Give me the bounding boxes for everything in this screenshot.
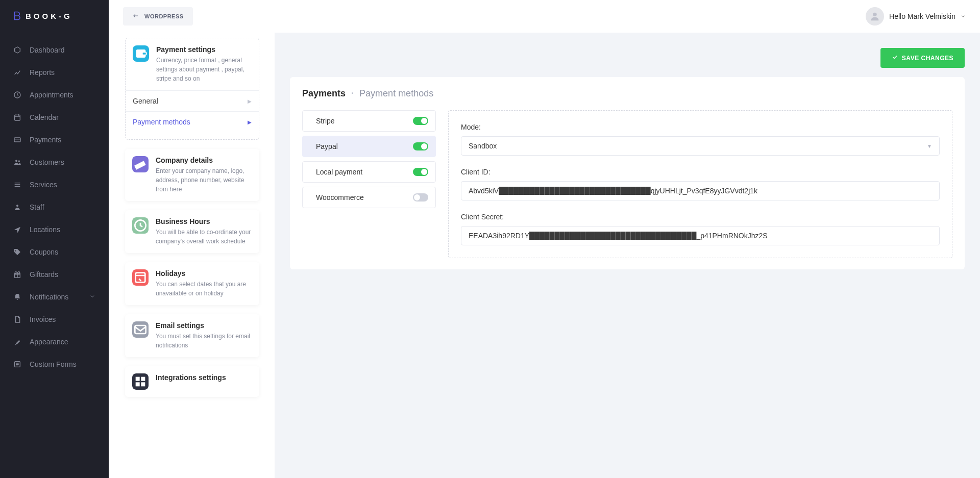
sidebar-item-label: Customers bbox=[30, 158, 95, 166]
sidebar-item-appointments[interactable]: Appointments bbox=[0, 84, 109, 106]
method-toggle[interactable] bbox=[413, 193, 428, 202]
brand-name: BOOK-G bbox=[26, 12, 72, 20]
settings-card-company-details[interactable]: Company details Enter your company name,… bbox=[125, 149, 259, 201]
svg-rect-2 bbox=[14, 138, 20, 142]
subitem-label: Payment methods bbox=[133, 118, 190, 126]
method-name: Stripe bbox=[316, 117, 407, 125]
bell-icon bbox=[13, 293, 21, 301]
plug-icon bbox=[132, 373, 149, 390]
settings-card-title: Business Hours bbox=[156, 217, 252, 225]
sidebar-item-coupons[interactable]: Coupons bbox=[0, 241, 109, 263]
sidebar-item-calendar[interactable]: Calendar bbox=[0, 106, 109, 129]
gift-icon bbox=[13, 270, 21, 279]
settings-card-integrations-settings[interactable]: Integrations settings bbox=[125, 366, 259, 397]
sidebar-item-label: Custom Forms bbox=[30, 360, 95, 368]
sidebar-nav: Dashboard Reports Appointments Calendar … bbox=[0, 32, 109, 375]
main-panel: SAVE CHANGES Payments · Payment methods … bbox=[275, 33, 980, 478]
svg-point-8 bbox=[873, 13, 876, 16]
method-item-woocommerce[interactable]: Woocommerce bbox=[302, 187, 436, 208]
sidebar-item-services[interactable]: Services bbox=[0, 173, 109, 196]
sidebar-item-label: Locations bbox=[30, 225, 95, 234]
mode-value: Sandbox bbox=[469, 142, 497, 150]
chart-icon bbox=[13, 68, 21, 77]
file-icon bbox=[13, 315, 21, 323]
svg-rect-16 bbox=[136, 382, 140, 386]
sidebar-item-locations[interactable]: Locations bbox=[0, 218, 109, 241]
settings-card-email-settings[interactable]: Email settings You must set this setting… bbox=[125, 314, 259, 357]
settings-card-payment-settings[interactable]: Payment settings Currency, price format … bbox=[125, 38, 259, 140]
sidebar-item-label: Notifications bbox=[30, 293, 81, 301]
tag-icon bbox=[13, 248, 21, 256]
sidebar-item-label: Reports bbox=[30, 68, 95, 77]
topbar: WORDPRESS Hello Mark Velmiskin bbox=[109, 0, 980, 33]
brand-logo[interactable]: BOOK-G bbox=[0, 5, 109, 32]
svg-rect-1 bbox=[15, 115, 20, 120]
client-id-label: Client ID: bbox=[461, 168, 940, 176]
sidebar-item-invoices[interactable]: Invoices bbox=[0, 308, 109, 331]
avatar bbox=[866, 7, 884, 26]
sidebar-item-appearance[interactable]: Appearance bbox=[0, 331, 109, 353]
breadcrumb-root: Payments bbox=[302, 88, 346, 98]
svg-rect-14 bbox=[136, 377, 140, 381]
calendar-icon bbox=[13, 113, 21, 121]
breadcrumb: Payments · Payment methods bbox=[302, 88, 952, 99]
settings-card-title: Company details bbox=[156, 156, 252, 164]
svg-rect-17 bbox=[141, 377, 145, 381]
settings-column: Payment settings Currency, price format … bbox=[109, 33, 275, 478]
method-item-paypal[interactable]: Paypal bbox=[302, 136, 436, 157]
chevron-down-icon bbox=[961, 12, 966, 20]
settings-subitem-payment methods[interactable]: Payment methods ▶ bbox=[126, 111, 259, 132]
sidebar-item-label: Payments bbox=[30, 136, 95, 144]
settings-card-desc: Currency, price format , general setting… bbox=[156, 56, 252, 83]
wordpress-button[interactable]: WORDPRESS bbox=[123, 7, 193, 26]
user-menu[interactable]: Hello Mark Velmiskin bbox=[866, 7, 966, 26]
subitem-label: General bbox=[133, 97, 158, 105]
settings-card-title: Holidays bbox=[156, 269, 252, 278]
breadcrumb-tail: Payment methods bbox=[359, 88, 433, 98]
telescope-icon bbox=[132, 156, 149, 172]
client-id-input[interactable] bbox=[461, 181, 940, 200]
sidebar-item-reports[interactable]: Reports bbox=[0, 61, 109, 84]
sidebar-item-label: Staff bbox=[30, 203, 95, 211]
logo-icon bbox=[12, 10, 21, 21]
settings-card-desc: Enter your company name, logo, address, … bbox=[156, 166, 252, 194]
chevron-down-icon bbox=[89, 293, 95, 301]
sidebar-item-notifications[interactable]: Notifications bbox=[0, 286, 109, 308]
sidebar-item-payments[interactable]: Payments bbox=[0, 129, 109, 151]
method-name: Local payment bbox=[316, 168, 407, 176]
settings-card-holidays[interactable]: Holidays You can select dates that you a… bbox=[125, 262, 259, 305]
location-icon bbox=[13, 225, 21, 234]
settings-subitem-general[interactable]: General ▶ bbox=[126, 90, 259, 111]
save-label: SAVE CHANGES bbox=[902, 55, 953, 62]
sidebar-item-label: Calendar bbox=[30, 113, 95, 121]
settings-card-business-hours[interactable]: Business Hours You will be able to co-or… bbox=[125, 210, 259, 253]
users-icon bbox=[13, 158, 21, 166]
mode-select[interactable]: Sandbox ▼ bbox=[461, 136, 940, 156]
method-item-local-payment[interactable]: Local payment bbox=[302, 161, 436, 183]
back-icon bbox=[132, 12, 139, 20]
method-toggle[interactable] bbox=[413, 117, 428, 125]
sidebar-item-label: Appearance bbox=[30, 338, 95, 346]
sidebar-item-label: Services bbox=[30, 181, 95, 189]
client-secret-input[interactable] bbox=[461, 226, 940, 245]
method-toggle[interactable] bbox=[413, 142, 428, 150]
method-item-stripe[interactable]: Stripe bbox=[302, 110, 436, 132]
save-changes-button[interactable]: SAVE CHANGES bbox=[880, 48, 965, 68]
method-name: Paypal bbox=[316, 142, 407, 150]
mail-icon bbox=[132, 321, 149, 338]
wordpress-label: WORDPRESS bbox=[144, 13, 184, 19]
svg-rect-10 bbox=[142, 52, 146, 55]
mode-label: Mode: bbox=[461, 123, 940, 131]
svg-rect-13 bbox=[135, 325, 145, 334]
method-toggle[interactable] bbox=[413, 168, 428, 176]
sidebar-item-custom-forms[interactable]: Custom Forms bbox=[0, 353, 109, 375]
clock2-icon bbox=[132, 217, 149, 234]
chevron-right-icon: ▶ bbox=[248, 119, 252, 125]
sidebar-item-label: Giftcards bbox=[30, 270, 95, 279]
sidebar-item-giftcards[interactable]: Giftcards bbox=[0, 263, 109, 286]
sidebar-item-dashboard[interactable]: Dashboard bbox=[0, 39, 109, 61]
form-icon bbox=[13, 360, 21, 368]
card-icon bbox=[13, 136, 21, 144]
sidebar-item-staff[interactable]: Staff bbox=[0, 196, 109, 218]
sidebar-item-customers[interactable]: Customers bbox=[0, 151, 109, 173]
